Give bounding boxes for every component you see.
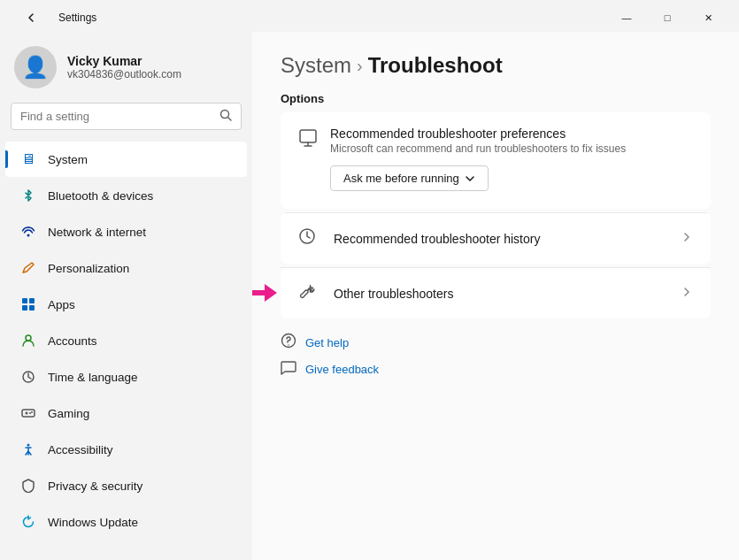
- history-icon: [298, 227, 323, 249]
- history-label: Recommended troubleshooter history: [334, 232, 681, 246]
- breadcrumb: System › Troubleshoot: [281, 53, 711, 78]
- sidebar-item-personalization[interactable]: Personalization: [5, 250, 247, 286]
- network-icon: [19, 223, 37, 241]
- titlebar-left: Settings: [11, 5, 96, 30]
- user-profile: 👤 Vicky Kumar vk304836@outlook.com: [0, 35, 252, 103]
- svg-point-12: [29, 412, 31, 414]
- svg-point-18: [288, 344, 289, 345]
- other-troubleshooters-card: Other troubleshooters: [281, 267, 711, 318]
- avatar: 👤: [14, 46, 57, 88]
- get-help-icon: [281, 333, 296, 352]
- sidebar-item-network[interactable]: Network & internet: [5, 214, 247, 249]
- main-content: System › Troubleshoot Options Recommende…: [252, 32, 739, 560]
- sidebar-item-privacy[interactable]: Privacy & security: [5, 468, 247, 503]
- apps-icon: [19, 295, 37, 313]
- search-box[interactable]: [11, 103, 242, 130]
- window-controls: — □ ✕: [606, 5, 728, 30]
- history-card: Recommended troubleshooter history: [281, 212, 711, 264]
- recommended-pref-card: Recommended troubleshooter preferences M…: [281, 112, 711, 209]
- breadcrumb-parent[interactable]: System: [281, 53, 351, 78]
- sidebar-item-accounts[interactable]: Accounts: [5, 323, 247, 358]
- accounts-icon: [19, 332, 37, 349]
- rec-pref-subtitle: Microsoft can recommend and run troubles…: [330, 142, 626, 155]
- give-feedback-link[interactable]: Give feedback: [281, 359, 711, 379]
- sidebar-item-gaming[interactable]: Gaming: [5, 395, 247, 431]
- sidebar-item-personalization-label: Personalization: [48, 262, 129, 275]
- avatar-icon: 👤: [22, 55, 49, 80]
- dropdown-label: Ask me before running: [343, 172, 459, 185]
- app-title: Settings: [58, 12, 96, 24]
- other-troubleshooters-row[interactable]: Other troubleshooters: [281, 267, 711, 318]
- titlebar: Settings — □ ✕: [0, 0, 739, 32]
- sidebar-item-bluetooth-label: Bluetooth & devices: [48, 189, 153, 203]
- rec-pref-header: Recommended troubleshooter preferences M…: [298, 127, 693, 155]
- maximize-button[interactable]: □: [647, 5, 688, 30]
- svg-rect-5: [22, 305, 27, 311]
- search-input[interactable]: [20, 110, 212, 123]
- sidebar-item-accessibility[interactable]: Accessibility: [5, 432, 247, 467]
- personalization-icon: [19, 259, 37, 277]
- sidebar-item-gaming-label: Gaming: [48, 407, 89, 420]
- sidebar-item-time-label: Time & language: [48, 371, 138, 384]
- arrow-body: [252, 290, 265, 295]
- sidebar: 👤 Vicky Kumar vk304836@outlook.com 🖥 Sys…: [0, 32, 252, 560]
- update-icon: [19, 513, 37, 531]
- svg-point-14: [27, 444, 30, 447]
- nav-list: 🖥 System Bluetooth & devices Network & i…: [0, 141, 252, 541]
- back-button[interactable]: [11, 5, 51, 30]
- sidebar-item-accounts-label: Accounts: [48, 334, 97, 348]
- sidebar-item-time[interactable]: Time & language: [5, 359, 247, 395]
- svg-point-13: [31, 411, 33, 413]
- get-help-label: Get help: [305, 336, 349, 349]
- sidebar-item-bluetooth[interactable]: Bluetooth & devices: [5, 178, 247, 213]
- get-help-link[interactable]: Get help: [281, 333, 711, 352]
- system-icon: 🖥: [19, 150, 37, 168]
- sidebar-item-privacy-label: Privacy & security: [48, 479, 142, 493]
- other-label: Other troubleshooters: [334, 287, 681, 301]
- svg-line-1: [228, 118, 232, 121]
- user-info: Vicky Kumar vk304836@outlook.com: [67, 54, 181, 81]
- help-links: Get help Give feedback: [281, 333, 711, 379]
- sidebar-item-system-label: System: [48, 153, 88, 166]
- svg-rect-15: [300, 130, 316, 142]
- breadcrumb-separator: ›: [357, 56, 363, 76]
- give-feedback-icon: [281, 359, 296, 379]
- wrench-icon: [298, 282, 323, 304]
- gaming-icon: [19, 404, 37, 422]
- rec-pref-title: Recommended troubleshooter preferences: [330, 127, 626, 141]
- svg-rect-4: [29, 298, 35, 303]
- history-row[interactable]: Recommended troubleshooter history: [281, 212, 711, 264]
- minimize-button[interactable]: —: [606, 5, 647, 30]
- search-icon: [219, 109, 232, 124]
- user-email: vk304836@outlook.com: [67, 68, 181, 81]
- sidebar-item-network-label: Network & internet: [48, 226, 146, 239]
- sidebar-item-accessibility-label: Accessibility: [48, 443, 113, 456]
- sidebar-item-apps-label: Apps: [48, 298, 75, 311]
- ask-before-running-dropdown[interactable]: Ask me before running: [330, 165, 489, 191]
- section-label: Options: [281, 92, 711, 105]
- sidebar-item-apps[interactable]: Apps: [5, 287, 247, 322]
- arrow-head: [265, 284, 277, 302]
- rec-pref-icon: [298, 128, 318, 153]
- user-name: Vicky Kumar: [67, 54, 181, 68]
- recommended-pref-inner: Recommended troubleshooter preferences M…: [281, 112, 711, 205]
- svg-rect-6: [29, 305, 35, 311]
- privacy-icon: [19, 477, 37, 495]
- sidebar-item-update[interactable]: Windows Update: [5, 504, 247, 540]
- close-button[interactable]: ✕: [688, 5, 728, 30]
- accessibility-icon: [19, 441, 37, 458]
- svg-rect-9: [22, 410, 35, 417]
- sidebar-item-system[interactable]: 🖥 System: [5, 142, 247, 177]
- svg-point-2: [27, 234, 30, 237]
- svg-rect-3: [22, 298, 27, 303]
- other-chevron: [681, 286, 693, 301]
- app-container: 👤 Vicky Kumar vk304836@outlook.com 🖥 Sys…: [0, 32, 739, 560]
- rec-pref-text: Recommended troubleshooter preferences M…: [330, 127, 626, 155]
- give-feedback-label: Give feedback: [305, 363, 379, 376]
- breadcrumb-current: Troubleshoot: [368, 53, 503, 78]
- sidebar-item-update-label: Windows Update: [48, 516, 138, 529]
- time-icon: [19, 368, 37, 386]
- svg-point-7: [26, 335, 31, 341]
- bluetooth-icon: [19, 187, 37, 204]
- highlight-arrow: [252, 284, 277, 302]
